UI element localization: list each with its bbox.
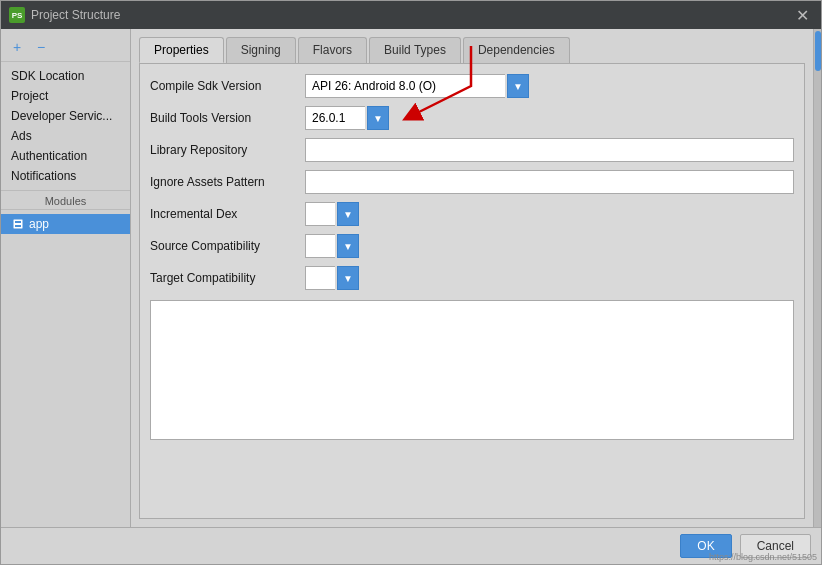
main-content: Properties Signing Flavors Build Types D… [131,29,813,527]
sidebar: + − SDK Location Project Developer Servi… [1,29,131,527]
ok-button[interactable]: OK [680,534,731,558]
tab-dependencies[interactable]: Dependencies [463,37,570,63]
svg-rect-1 [15,221,21,223]
ignore-assets-row: Ignore Assets Pattern [150,170,794,194]
incremental-dex-control: ▼ [305,202,794,226]
library-repo-row: Library Repository [150,138,794,162]
source-compat-value [305,234,335,258]
ignore-assets-input[interactable] [305,170,794,194]
title-bar: PS Project Structure ✕ [1,1,821,29]
source-compat-control: ▼ [305,234,794,258]
notes-area [150,300,794,440]
build-tools-row: Build Tools Version 26.0.1 ▼ [150,106,794,130]
incremental-dex-value [305,202,335,226]
module-icon [11,217,25,231]
compile-sdk-control: API 26: Android 8.0 (O) ▼ [305,74,794,98]
incremental-dex-dropdown[interactable]: ▼ [337,202,359,226]
tab-content-properties: Compile Sdk Version API 26: Android 8.0 … [139,63,805,519]
tab-signing[interactable]: Signing [226,37,296,63]
sidebar-item-notifications[interactable]: Notifications [1,166,130,186]
ignore-assets-control [305,170,794,194]
sidebar-item-developer-services[interactable]: Developer Servic... [1,106,130,126]
tab-build-types[interactable]: Build Types [369,37,461,63]
sidebar-toolbar: + − [1,33,130,62]
sidebar-item-authentication[interactable]: Authentication [1,146,130,166]
dialog-footer: OK Cancel [1,527,821,564]
tab-properties[interactable]: Properties [139,37,224,63]
cancel-button[interactable]: Cancel [740,534,811,558]
build-tools-control: 26.0.1 ▼ [305,106,794,130]
compile-sdk-dropdown[interactable]: ▼ [507,74,529,98]
build-tools-dropdown[interactable]: ▼ [367,106,389,130]
build-tools-label: Build Tools Version [150,111,305,125]
svg-rect-2 [15,225,21,227]
target-compat-label: Target Compatibility [150,271,305,285]
incremental-dex-row: Incremental Dex ▼ [150,202,794,226]
library-repo-input[interactable] [305,138,794,162]
scroll-thumb [815,31,821,71]
compile-sdk-row: Compile Sdk Version API 26: Android 8.0 … [150,74,794,98]
sidebar-item-ads[interactable]: Ads [1,126,130,146]
tab-flavors[interactable]: Flavors [298,37,367,63]
compile-sdk-label: Compile Sdk Version [150,79,305,93]
library-repo-label: Library Repository [150,143,305,157]
modules-section-label: Modules [1,190,130,210]
sidebar-item-project[interactable]: Project [1,86,130,106]
add-button[interactable]: + [7,37,27,57]
sidebar-item-app[interactable]: app [1,214,130,234]
source-compat-row: Source Compatibility ▼ [150,234,794,258]
library-repo-control [305,138,794,162]
app-icon: PS [9,7,25,23]
target-compat-value [305,266,335,290]
target-compat-control: ▼ [305,266,794,290]
close-button[interactable]: ✕ [792,6,813,25]
remove-button[interactable]: − [31,37,51,57]
incremental-dex-label: Incremental Dex [150,207,305,221]
target-compat-dropdown[interactable]: ▼ [337,266,359,290]
sidebar-item-sdk-location[interactable]: SDK Location [1,66,130,86]
compile-sdk-value: API 26: Android 8.0 (O) [305,74,505,98]
ignore-assets-label: Ignore Assets Pattern [150,175,305,189]
dialog-title: Project Structure [31,8,792,22]
build-tools-value: 26.0.1 [305,106,365,130]
scrollbar[interactable] [813,29,821,527]
dialog-body: + − SDK Location Project Developer Servi… [1,29,821,527]
module-label: app [29,217,49,231]
source-compat-dropdown[interactable]: ▼ [337,234,359,258]
source-compat-label: Source Compatibility [150,239,305,253]
project-structure-dialog: PS Project Structure ✕ + − SDK Location … [0,0,822,565]
svg-rect-0 [13,219,23,229]
tabs-bar: Properties Signing Flavors Build Types D… [139,37,805,63]
target-compat-row: Target Compatibility ▼ [150,266,794,290]
